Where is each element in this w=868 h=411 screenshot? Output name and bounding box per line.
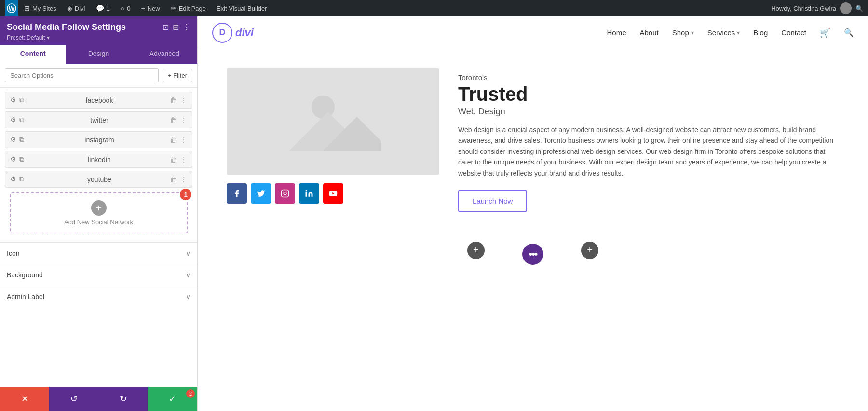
grid-icon[interactable]: ⊞ xyxy=(173,23,179,32)
copy-icon-linkedin[interactable]: ⧉ xyxy=(19,155,24,164)
shop-dropdown-icon: ▾ xyxy=(691,29,694,36)
panel-title-icons: ⊡ ⊞ ⋮ xyxy=(163,23,190,32)
preview-linkedin-icon[interactable] xyxy=(299,183,319,204)
delete-icon-instagram[interactable]: 🗑 xyxy=(170,136,176,144)
new-menu[interactable]: + New xyxy=(136,0,164,16)
add-column-left-button[interactable]: + xyxy=(467,242,485,259)
twitter-label: twitter xyxy=(29,116,170,124)
avatar xyxy=(840,2,852,14)
social-item-youtube: ⚙ ⧉ youtube 🗑 ⋮ xyxy=(5,171,192,188)
admin-bar-left: W ⊞ My Sites ◈ Divi 💬 1 ○ 0 + New ✏ Edit… xyxy=(5,0,272,16)
settings-icon-youtube[interactable]: ⚙ xyxy=(10,175,16,183)
search-icon[interactable]: 🔍 xyxy=(844,28,854,37)
background-section-title: Background xyxy=(7,271,43,279)
settings-icon-linkedin[interactable]: ⚙ xyxy=(10,155,16,164)
more-icon-youtube[interactable]: ⋮ xyxy=(180,176,187,183)
search-input[interactable] xyxy=(5,68,159,82)
preview-youtube-icon[interactable] xyxy=(323,183,343,204)
edit-page-menu[interactable]: ✏ Edit Page xyxy=(166,0,211,16)
plus-icon: + xyxy=(141,4,145,12)
delete-icon-facebook[interactable]: 🗑 xyxy=(170,96,176,104)
admin-label-chevron: ∨ xyxy=(186,293,190,301)
delete-icon-twitter[interactable]: 🗑 xyxy=(170,116,176,124)
preview-instagram-icon[interactable] xyxy=(275,183,295,204)
facebook-label: facebook xyxy=(29,96,170,104)
launch-now-button[interactable]: Launch Now xyxy=(458,190,527,212)
tab-content[interactable]: Content xyxy=(0,45,66,64)
resize-icon[interactable]: ⊡ xyxy=(163,23,169,32)
divi-options-button[interactable]: ••• xyxy=(522,244,543,265)
more-icon[interactable]: ⋮ xyxy=(183,23,190,32)
svg-rect-8 xyxy=(306,192,307,197)
exit-visual-builder-menu[interactable]: Exit Visual Builder xyxy=(212,0,272,16)
logo-text: divi xyxy=(235,27,254,39)
search-icon[interactable]: 🔍 xyxy=(855,5,863,12)
my-sites-menu[interactable]: ⊞ My Sites xyxy=(19,0,61,16)
filter-button[interactable]: + Filter xyxy=(163,69,192,82)
comments-icon: 💬 xyxy=(96,4,104,12)
social-item-facebook: ⚙ ⧉ facebook 🗑 ⋮ xyxy=(5,92,192,109)
delete-icon-linkedin[interactable]: 🗑 xyxy=(170,156,176,164)
icon-section-title: Icon xyxy=(7,249,19,257)
redo-button[interactable]: ↻ xyxy=(99,387,148,411)
admin-label-section-header[interactable]: Admin Label ∨ xyxy=(7,286,190,307)
settings-icon-twitter[interactable]: ⚙ xyxy=(10,116,16,124)
site-logo: D divi xyxy=(212,23,254,43)
svg-point-9 xyxy=(306,190,307,192)
more-icon-facebook[interactable]: ⋮ xyxy=(180,96,187,104)
preview-twitter-icon[interactable] xyxy=(251,183,271,204)
tab-design[interactable]: Design xyxy=(66,45,131,64)
copy-icon-instagram[interactable]: ⧉ xyxy=(19,136,24,144)
right-panel: D divi Home About Shop ▾ Services ▾ Blog… xyxy=(198,16,868,411)
nav-shop[interactable]: Shop ▾ xyxy=(672,28,694,37)
bottom-bar: ✕ ↺ ↻ ✓ 2 xyxy=(0,387,197,411)
copy-icon-youtube[interactable]: ⧉ xyxy=(19,175,24,183)
icon-section-header[interactable]: Icon ∨ xyxy=(7,243,190,264)
bubble-icon: ○ xyxy=(121,4,124,12)
settings-icon-facebook[interactable]: ⚙ xyxy=(10,96,16,104)
admin-label-section-title: Admin Label xyxy=(7,293,44,301)
admin-label-section: Admin Label ∨ xyxy=(0,286,197,307)
nav-about[interactable]: About xyxy=(639,28,658,37)
preview-facebook-icon[interactable] xyxy=(227,183,247,204)
nav-blog[interactable]: Blog xyxy=(753,28,768,37)
add-new-social-network[interactable]: + Add New Social Network 1 xyxy=(10,192,188,233)
hero-title2: Web Design xyxy=(458,107,839,117)
undo-button[interactable]: ↺ xyxy=(49,387,98,411)
copy-icon-facebook[interactable]: ⧉ xyxy=(19,96,24,104)
delete-icon-youtube[interactable]: 🗑 xyxy=(170,176,176,183)
builder-controls: + + ••• xyxy=(198,231,868,270)
instagram-label: instagram xyxy=(29,136,170,144)
tab-advanced[interactable]: Advanced xyxy=(132,45,197,64)
hero-body: Web design is a crucial aspect of any mo… xyxy=(458,124,839,178)
copy-icon-twitter[interactable]: ⧉ xyxy=(19,116,24,124)
settings-icon-instagram[interactable]: ⚙ xyxy=(10,136,16,144)
background-section-header[interactable]: Background ∨ xyxy=(7,264,190,286)
nav-contact[interactable]: Contact xyxy=(781,28,806,37)
comments-menu[interactable]: 💬 1 xyxy=(91,0,115,16)
services-dropdown-icon: ▾ xyxy=(737,29,740,36)
more-icon-linkedin[interactable]: ⋮ xyxy=(180,156,187,164)
linkedin-label: linkedin xyxy=(29,156,170,164)
preset-label[interactable]: Preset: Default ▾ xyxy=(7,34,190,41)
add-new-badge: 1 xyxy=(180,189,191,200)
panel-title: Social Media Follow Settings xyxy=(7,22,126,32)
panel-header: Social Media Follow Settings ⊡ ⊞ ⋮ Prese… xyxy=(0,16,197,45)
nav-services[interactable]: Services ▾ xyxy=(707,28,740,37)
bubble-menu[interactable]: ○ 0 xyxy=(116,0,136,16)
cancel-button[interactable]: ✕ xyxy=(0,387,49,411)
more-icon-instagram[interactable]: ⋮ xyxy=(180,136,187,144)
wp-logo-icon[interactable]: W xyxy=(5,0,18,16)
background-section: Background ∨ xyxy=(0,264,197,286)
divi-menu[interactable]: ◈ Divi xyxy=(62,0,90,16)
hero-title: Trusted xyxy=(458,83,839,105)
icon-chevron: ∨ xyxy=(186,249,190,257)
add-column-right-button[interactable]: + xyxy=(581,242,598,259)
more-icon-twitter[interactable]: ⋮ xyxy=(180,116,187,124)
nav-home[interactable]: Home xyxy=(607,28,626,37)
cart-icon[interactable]: 🛒 xyxy=(820,27,830,38)
hero-section: Toronto's Trusted Web Design Web design … xyxy=(198,49,868,231)
save-button[interactable]: ✓ 2 xyxy=(148,387,197,411)
social-items-list: ⚙ ⧉ facebook 🗑 ⋮ ⚙ ⧉ twitter xyxy=(0,88,197,242)
edit-icon: ✏ xyxy=(171,4,176,12)
